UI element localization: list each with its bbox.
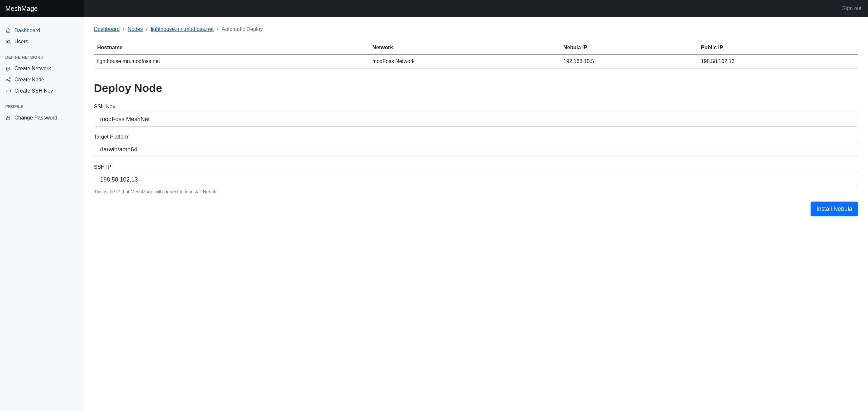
home-icon: [5, 28, 11, 33]
ssh-key-select[interactable]: modFoss MeshNet: [94, 112, 858, 127]
sidebar: Dashboard Users DEFINE NETWORK Create Ne…: [0, 17, 84, 411]
sidebar-item-create-network[interactable]: Create Network: [0, 63, 84, 74]
sidebar-item-create-ssh-key[interactable]: Create SSH Key: [0, 85, 84, 96]
sidebar-item-change-password[interactable]: Change Password: [0, 112, 84, 123]
deploy-form: SSH Key modFoss MeshNet Target Platform …: [94, 104, 858, 216]
sidebar-item-label: Change Password: [14, 115, 57, 121]
svg-point-5: [9, 81, 10, 82]
th-nebula-ip: Nebula IP: [560, 41, 698, 54]
share-icon: [5, 77, 11, 83]
td-hostname: lighthouse.mn.modfoss.net: [94, 54, 369, 69]
breadcrumb-node-host[interactable]: lighthouse.mn.modfoss.net: [151, 26, 213, 32]
th-network: Network: [369, 41, 560, 54]
breadcrumb-nodes[interactable]: Nodes: [128, 26, 143, 32]
sidebar-item-label: Dashboard: [14, 28, 40, 33]
svg-point-4: [9, 78, 10, 79]
ssh-ip-label: SSH IP: [94, 164, 858, 170]
breadcrumb-sep: /: [123, 26, 124, 32]
chip-icon: [5, 66, 11, 71]
platform-select[interactable]: darwin/amd64: [94, 142, 858, 157]
breadcrumb-current: Automatic Deploy: [222, 26, 262, 32]
svg-point-0: [6, 40, 8, 41]
sidebar-item-label: Create SSH Key: [14, 88, 53, 94]
sidebar-item-dashboard[interactable]: Dashboard: [0, 25, 84, 36]
svg-rect-2: [8, 68, 9, 69]
breadcrumb-dashboard[interactable]: Dashboard: [94, 26, 120, 32]
breadcrumb: Dashboard / Nodes / lighthouse.mn.modfos…: [94, 26, 858, 32]
sidebar-section-profile: PROFILE: [0, 96, 84, 112]
table-row: lighthouse.mn.modfoss.net modFoss Networ…: [94, 54, 858, 69]
platform-label: Target Platform: [94, 134, 858, 140]
svg-point-3: [6, 79, 7, 81]
ssh-ip-help: This is the IP that MeshMage will connec…: [94, 189, 858, 194]
sidebar-section-define: DEFINE NETWORK: [0, 47, 84, 63]
th-public-ip: Public IP: [698, 41, 858, 54]
sidebar-item-label: Users: [14, 39, 28, 45]
lock-icon: [5, 115, 11, 121]
node-info-table: Hostname Network Nebula IP Public IP lig…: [94, 41, 858, 69]
page-title: Deploy Node: [94, 82, 858, 95]
svg-rect-1: [7, 67, 10, 70]
install-nebula-button[interactable]: Install Nebula: [811, 201, 858, 216]
link-icon: [5, 88, 11, 94]
td-public-ip: 198.58.102.13: [698, 54, 858, 69]
sidebar-item-create-node[interactable]: Create Node: [0, 74, 84, 85]
td-nebula-ip: 192.168.10.5: [560, 54, 698, 69]
breadcrumb-sep: /: [146, 26, 147, 32]
breadcrumb-sep: /: [217, 26, 218, 32]
ssh-ip-input[interactable]: [94, 172, 858, 187]
sidebar-item-label: Create Node: [14, 77, 44, 83]
sidebar-item-label: Create Network: [14, 66, 51, 71]
th-hostname: Hostname: [94, 41, 369, 54]
main-content: Dashboard / Nodes / lighthouse.mn.modfos…: [84, 17, 868, 411]
signout-link[interactable]: Sign out: [842, 6, 862, 11]
topbar-brand-area: MeshMage: [0, 0, 84, 17]
users-icon: [5, 39, 11, 45]
sidebar-item-users[interactable]: Users: [0, 36, 84, 47]
td-network: modFoss Network: [369, 54, 560, 69]
table-header-row: Hostname Network Nebula IP Public IP: [94, 41, 858, 54]
ssh-key-label: SSH Key: [94, 104, 858, 109]
topbar: MeshMage Sign out: [0, 0, 868, 17]
brand-name: MeshMage: [5, 5, 38, 12]
svg-rect-6: [6, 118, 10, 120]
